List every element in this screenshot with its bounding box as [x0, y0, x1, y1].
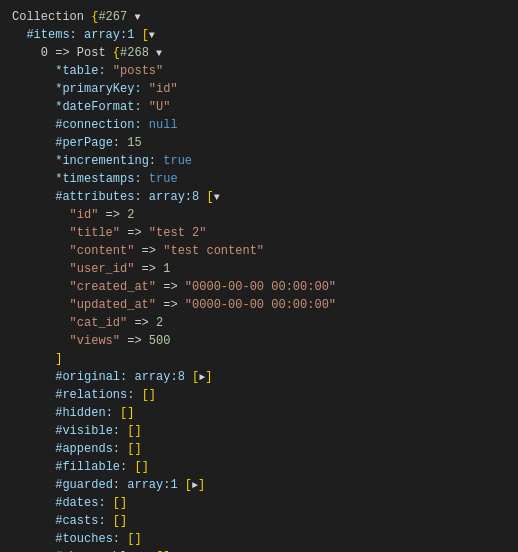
code-token: [] — [113, 514, 127, 528]
indent — [12, 64, 55, 78]
code-line: #casts: [] — [12, 512, 506, 530]
code-token: [ — [185, 478, 192, 492]
code-token: { — [113, 46, 120, 60]
code-token: #268 — [120, 46, 149, 60]
code-line: #guarded: array:1 [►] — [12, 476, 506, 494]
indent — [12, 370, 55, 384]
code-token — [149, 46, 156, 60]
code-token: [] — [127, 424, 141, 438]
code-token: => — [120, 226, 149, 240]
code-token: #267 — [98, 10, 127, 24]
code-line: #relations: [] — [12, 386, 506, 404]
indent — [12, 460, 55, 474]
code-token: [] — [134, 460, 148, 474]
code-token: 15 — [127, 136, 141, 150]
code-token: #casts: — [55, 514, 113, 528]
code-line: Collection {#267 ▼ — [12, 8, 506, 26]
code-line: "views" => 500 — [12, 332, 506, 350]
indent — [12, 262, 70, 276]
code-token: [] — [127, 442, 141, 456]
code-token: *dateFormat: — [55, 100, 149, 114]
indent — [12, 442, 55, 456]
indent — [12, 154, 55, 168]
code-token: #perPage: — [55, 136, 127, 150]
code-output: Collection {#267 ▼ #items: array:1 [▼ 0 … — [12, 8, 506, 552]
code-token: Collection — [12, 10, 91, 24]
code-token: #touches: — [55, 532, 127, 546]
code-token: => — [156, 298, 185, 312]
code-line: #observables: [] — [12, 548, 506, 552]
code-line: "cat_id" => 2 — [12, 314, 506, 332]
code-token: => — [127, 316, 156, 330]
code-token: "id" — [70, 208, 99, 222]
indent — [12, 316, 70, 330]
code-line: #connection: null — [12, 116, 506, 134]
code-token: ▼ — [214, 192, 220, 203]
indent — [12, 298, 70, 312]
indent — [12, 118, 55, 132]
indent — [12, 208, 70, 222]
indent — [12, 46, 41, 60]
code-line: ] — [12, 350, 506, 368]
code-line: #items: array:1 [▼ — [12, 26, 506, 44]
code-token: ▼ — [149, 30, 155, 41]
code-token: *primaryKey: — [55, 82, 149, 96]
code-line: *dateFormat: "U" — [12, 98, 506, 116]
code-line: "created_at" => "0000-00-00 00:00:00" — [12, 278, 506, 296]
code-line: #perPage: 15 — [12, 134, 506, 152]
code-token: "test content" — [163, 244, 264, 258]
indent — [12, 424, 55, 438]
code-token: #attributes: array:8 — [55, 190, 206, 204]
code-line: #visible: [] — [12, 422, 506, 440]
code-token: "title" — [70, 226, 120, 240]
code-line: *table: "posts" — [12, 62, 506, 80]
code-line: *primaryKey: "id" — [12, 80, 506, 98]
code-token: "updated_at" — [70, 298, 156, 312]
code-token: "0000-00-00 00:00:00" — [185, 280, 336, 294]
code-token: #connection: — [55, 118, 149, 132]
code-token: #fillable: — [55, 460, 134, 474]
indent — [12, 514, 55, 528]
code-token: 2 — [156, 316, 163, 330]
indent — [12, 496, 55, 510]
code-token: ] — [205, 370, 212, 384]
code-token: "posts" — [113, 64, 163, 78]
code-token: [] — [113, 496, 127, 510]
code-line: #touches: [] — [12, 530, 506, 548]
code-line: #attributes: array:8 [▼ — [12, 188, 506, 206]
code-line: "updated_at" => "0000-00-00 00:00:00" — [12, 296, 506, 314]
code-line: #appends: [] — [12, 440, 506, 458]
code-line: "title" => "test 2" — [12, 224, 506, 242]
code-token: #dates: — [55, 496, 113, 510]
code-token: "0000-00-00 00:00:00" — [185, 298, 336, 312]
code-token: => — [120, 334, 149, 348]
code-token: 1 — [163, 262, 170, 276]
code-token: "user_id" — [70, 262, 135, 276]
code-token: => — [134, 262, 163, 276]
indent — [12, 532, 55, 546]
code-token: "test 2" — [149, 226, 207, 240]
code-token: ▼ — [134, 12, 140, 23]
code-token: true — [163, 154, 192, 168]
code-token: *timestamps: — [55, 172, 149, 186]
code-token: [] — [142, 388, 156, 402]
code-token: #visible: — [55, 424, 127, 438]
code-token: "cat_id" — [70, 316, 128, 330]
code-line: *incrementing: true — [12, 152, 506, 170]
indent — [12, 226, 70, 240]
code-line: "user_id" => 1 — [12, 260, 506, 278]
code-token: 0 => Post — [41, 46, 113, 60]
code-token: [ — [142, 28, 149, 42]
code-token: #appends: — [55, 442, 127, 456]
code-token: *incrementing: — [55, 154, 163, 168]
indent — [12, 100, 55, 114]
indent — [12, 334, 70, 348]
code-token: [] — [120, 406, 134, 420]
code-line: #hidden: [] — [12, 404, 506, 422]
code-token: 500 — [149, 334, 171, 348]
indent — [12, 478, 55, 492]
code-token: "U" — [149, 100, 171, 114]
code-token: => — [156, 280, 185, 294]
indent — [12, 172, 55, 186]
code-line: #fillable: [] — [12, 458, 506, 476]
